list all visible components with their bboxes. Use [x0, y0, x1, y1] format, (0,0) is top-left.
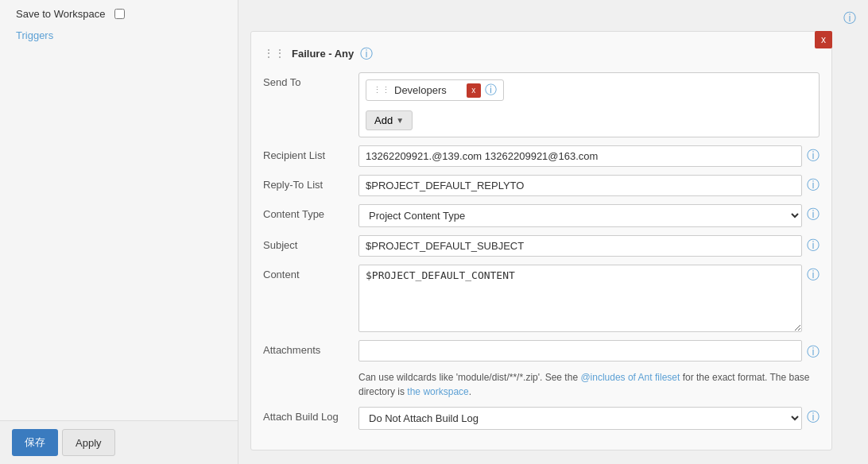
content-row: Content ⓘ [263, 265, 820, 332]
bottom-buttons: 保存 Apply [0, 420, 238, 464]
trigger-close-button[interactable]: x [815, 31, 832, 48]
subject-help-icon[interactable]: ⓘ [807, 238, 820, 254]
subject-control: ⓘ [358, 235, 820, 257]
recipient-list-label: Recipient List [263, 145, 358, 161]
developer-tag-close-button[interactable]: x [467, 83, 481, 98]
attachments-help-icon[interactable]: ⓘ [807, 344, 820, 361]
sidebar: Save to Workspace Triggers 保存 Apply [0, 0, 238, 464]
developer-tag: ⋮⋮ Developers x ⓘ [366, 79, 504, 101]
developer-tag-help-icon[interactable]: ⓘ [485, 83, 497, 98]
reply-to-label: Reply-To List [263, 175, 358, 191]
trigger-block: x ⋮⋮ Failure - Any ⓘ Send To ⋮⋮ Develope… [250, 31, 832, 450]
triggers-link[interactable]: Triggers [16, 29, 53, 41]
content-control: ⓘ [358, 265, 820, 332]
trigger-header-help-icon[interactable]: ⓘ [360, 46, 373, 63]
attachments-control: ⓘ Can use wildcards like 'module/dist/**… [358, 340, 820, 399]
attachments-workspace-link[interactable]: the workspace [407, 386, 468, 397]
apply-button[interactable]: Apply [62, 429, 115, 456]
recipient-list-input[interactable] [358, 145, 802, 167]
send-to-group: ⋮⋮ Developers x ⓘ Add ▼ [358, 72, 820, 137]
attach-build-log-help-icon[interactable]: ⓘ [807, 409, 820, 426]
send-to-label: Send To [263, 72, 358, 88]
add-arrow-icon: ▼ [396, 116, 404, 125]
recipient-list-row: Recipient List ⓘ [263, 145, 820, 167]
add-button-label: Add [374, 114, 393, 126]
attachments-note-1: Can use wildcards like 'module/dist/**/*… [358, 372, 580, 383]
attach-build-log-row: Attach Build Log Do Not Attach Build Log… [263, 407, 820, 430]
trigger-header: ⋮⋮ Failure - Any ⓘ [263, 44, 820, 63]
save-to-workspace-label: Save to Workspace [16, 8, 105, 20]
developer-tag-name: Developers [394, 84, 447, 96]
content-type-help-icon[interactable]: ⓘ [807, 207, 820, 223]
content-type-control: Project Content Type HTML Text ⓘ [358, 204, 820, 227]
send-to-row: Send To ⋮⋮ Developers x ⓘ Add [263, 72, 820, 137]
add-button[interactable]: Add ▼ [366, 110, 413, 130]
save-to-workspace-row: Save to Workspace [16, 8, 222, 20]
subject-label: Subject [263, 235, 358, 251]
developer-drag-handle[interactable]: ⋮⋮ [373, 85, 390, 95]
content-type-select[interactable]: Project Content Type HTML Text [358, 204, 802, 227]
content-type-row: Content Type Project Content Type HTML T… [263, 204, 820, 227]
recipient-list-control: ⓘ [358, 145, 820, 167]
subject-input[interactable] [358, 235, 802, 257]
reply-to-row: Reply-To List ⓘ [263, 175, 820, 196]
attachments-note: Can use wildcards like 'module/dist/**/*… [358, 370, 820, 399]
reply-to-help-icon[interactable]: ⓘ [807, 177, 820, 194]
triggers-row: Triggers [16, 29, 222, 41]
attachments-label: Attachments [263, 340, 358, 356]
send-to-control: ⋮⋮ Developers x ⓘ Add ▼ [358, 72, 820, 137]
reply-to-control: ⓘ [358, 175, 820, 196]
recipient-list-help-icon[interactable]: ⓘ [807, 148, 820, 164]
save-to-workspace-checkbox[interactable] [114, 9, 125, 19]
content-help-icon[interactable]: ⓘ [807, 267, 820, 284]
attach-build-log-select[interactable]: Do Not Attach Build Log Attach Build Log… [358, 407, 802, 430]
attach-build-log-control: Do Not Attach Build Log Attach Build Log… [358, 407, 820, 430]
top-help-icon[interactable]: ⓘ [843, 10, 856, 27]
content-label: Content [263, 265, 358, 280]
main-content: ⓘ x ⋮⋮ Failure - Any ⓘ Send To ⋮⋮ [238, 0, 868, 464]
attach-build-log-label: Attach Build Log [263, 407, 358, 423]
attachments-input[interactable] [358, 340, 802, 362]
reply-to-input[interactable] [358, 175, 802, 196]
subject-row: Subject ⓘ [263, 235, 820, 257]
save-button[interactable]: 保存 [12, 429, 58, 456]
attachments-row: Attachments ⓘ Can use wildcards like 'mo… [263, 340, 820, 399]
attachments-note-3: . [469, 386, 471, 397]
trigger-title: Failure - Any [292, 48, 354, 60]
trigger-drag-handle[interactable]: ⋮⋮ [263, 47, 285, 60]
attachments-ant-link[interactable]: @includes of Ant fileset [580, 372, 680, 383]
content-textarea[interactable] [358, 265, 802, 332]
content-type-label: Content Type [263, 204, 358, 220]
